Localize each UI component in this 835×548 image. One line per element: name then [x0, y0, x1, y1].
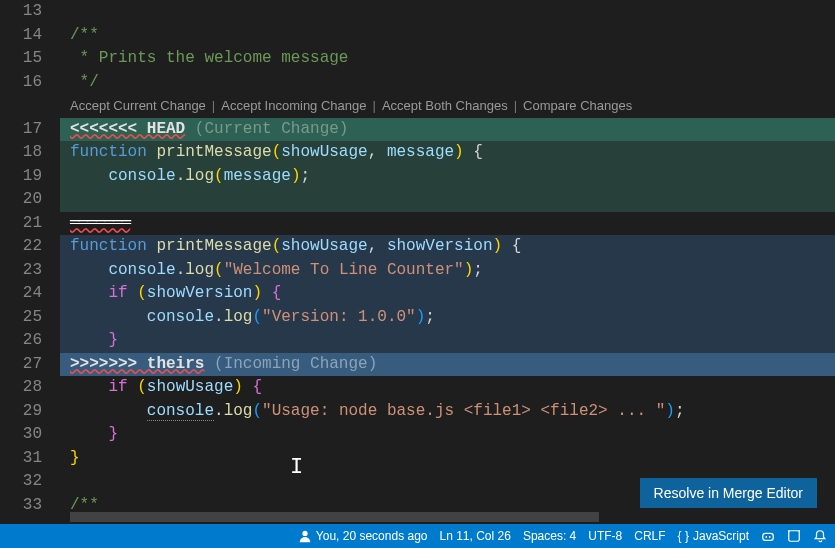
braces-icon: { }: [678, 529, 689, 543]
incoming-change-line: console.log("Version: 1.0.0");: [60, 306, 835, 330]
doc-comment-open: /**: [70, 496, 99, 514]
text-cursor-icon: I: [290, 456, 291, 476]
svg-point-2: [765, 536, 767, 538]
copilot-icon[interactable]: [761, 529, 775, 543]
code-line: console.log("Usage: node base.js <file1>…: [60, 400, 835, 424]
feedback-icon[interactable]: [787, 529, 801, 543]
status-bar: You, 20 seconds ago Ln 11, Col 26 Spaces…: [0, 524, 835, 548]
incoming-change-line: function printMessage(showUsage, showVer…: [60, 235, 835, 259]
current-change-line: [60, 188, 835, 212]
accept-both-link[interactable]: Accept Both Changes: [382, 94, 508, 118]
svg-point-3: [769, 536, 771, 538]
line-number-gutter: 13 14 15 16 17 18 19 20 21 22 23 24 25 2…: [0, 0, 60, 524]
blame-status[interactable]: You, 20 seconds ago: [298, 529, 428, 543]
conflict-separator: ═══════: [60, 212, 835, 236]
resolve-merge-button[interactable]: Resolve in Merge Editor: [640, 478, 817, 508]
doc-comment-body: * Prints the welcome message: [70, 49, 348, 67]
svg-rect-4: [789, 531, 800, 542]
horizontal-scrollbar[interactable]: [70, 512, 825, 522]
current-change-line: function printMessage(showUsage, message…: [60, 141, 835, 165]
svg-point-6: [798, 530, 800, 532]
cursor-position-status[interactable]: Ln 11, Col 26: [440, 529, 511, 543]
current-change-line: console.log(message);: [60, 165, 835, 189]
indent-status[interactable]: Spaces: 4: [523, 529, 576, 543]
incoming-change-line: }: [60, 329, 835, 353]
merge-codelens: Accept Current Change | Accept Incoming …: [60, 94, 835, 118]
code-line: }: [60, 423, 835, 447]
code-line: if (showUsage) {: [60, 376, 835, 400]
encoding-status[interactable]: UTF-8: [588, 529, 622, 543]
doc-comment-close: */: [70, 73, 99, 91]
bell-icon[interactable]: [813, 529, 827, 543]
svg-point-5: [788, 530, 790, 532]
code-area[interactable]: /** * Prints the welcome message */ Acce…: [60, 0, 835, 524]
doc-comment-open: /**: [70, 26, 99, 44]
conflict-head-marker: <<<<<<< HEAD (Current Change): [60, 118, 835, 142]
language-status[interactable]: { } JavaScript: [678, 529, 749, 543]
accept-current-link[interactable]: Accept Current Change: [70, 94, 206, 118]
scrollbar-thumb[interactable]: [70, 512, 599, 522]
incoming-change-line: if (showVersion) {: [60, 282, 835, 306]
incoming-change-line: console.log("Welcome To Line Counter");: [60, 259, 835, 283]
svg-rect-1: [763, 533, 774, 540]
conflict-theirs-marker: >>>>>>> theirs (Incoming Change): [60, 353, 835, 377]
eol-status[interactable]: CRLF: [634, 529, 665, 543]
compare-link[interactable]: Compare Changes: [523, 94, 632, 118]
accept-incoming-link[interactable]: Accept Incoming Change: [221, 94, 366, 118]
code-line: }: [60, 447, 835, 471]
svg-point-0: [302, 531, 307, 536]
